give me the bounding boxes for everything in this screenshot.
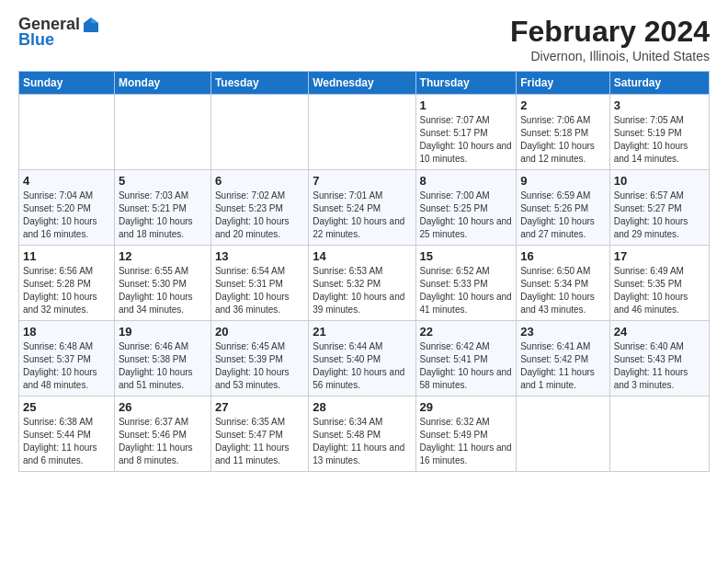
table-row: 8Sunrise: 7:00 AMSunset: 5:25 PMDaylight… — [415, 170, 517, 246]
day-info: Sunrise: 6:32 AMSunset: 5:49 PMDaylight:… — [420, 416, 513, 467]
logo-icon — [82, 16, 100, 34]
day-info: Sunrise: 6:56 AMSunset: 5:28 PMDaylight:… — [23, 265, 110, 316]
day-info: Sunrise: 7:05 AMSunset: 5:19 PMDaylight:… — [614, 114, 705, 166]
col-tuesday: Tuesday — [210, 72, 308, 95]
day-info: Sunrise: 6:54 AMSunset: 5:31 PMDaylight:… — [215, 265, 304, 316]
day-number: 6 — [215, 174, 304, 188]
table-row: 20Sunrise: 6:45 AMSunset: 5:39 PMDayligh… — [210, 321, 308, 396]
day-number: 2 — [520, 98, 606, 112]
day-info: Sunrise: 6:57 AMSunset: 5:27 PMDaylight:… — [614, 190, 705, 241]
table-row: 29Sunrise: 6:32 AMSunset: 5:49 PMDayligh… — [415, 396, 517, 472]
day-info: Sunrise: 6:53 AMSunset: 5:32 PMDaylight:… — [313, 265, 411, 316]
day-number: 12 — [119, 249, 207, 263]
table-row: 28Sunrise: 6:34 AMSunset: 5:48 PMDayligh… — [309, 396, 415, 472]
table-row: 9Sunrise: 6:59 AMSunset: 5:26 PMDaylight… — [517, 170, 610, 246]
table-row: 3Sunrise: 7:05 AMSunset: 5:19 PMDaylight… — [609, 95, 709, 170]
day-number: 11 — [23, 249, 110, 263]
day-number: 21 — [313, 325, 411, 339]
day-number: 16 — [520, 249, 606, 263]
logo-blue: Blue — [18, 30, 54, 50]
table-row: 15Sunrise: 6:52 AMSunset: 5:33 PMDayligh… — [415, 246, 517, 321]
day-number: 27 — [215, 400, 304, 414]
calendar-week-row: 11Sunrise: 6:56 AMSunset: 5:28 PMDayligh… — [19, 246, 710, 321]
table-row: 17Sunrise: 6:49 AMSunset: 5:35 PMDayligh… — [609, 246, 709, 321]
col-thursday: Thursday — [415, 72, 517, 95]
calendar-subtitle: Divernon, Illinois, United States — [510, 49, 710, 63]
table-row: 4Sunrise: 7:04 AMSunset: 5:20 PMDaylight… — [19, 170, 115, 246]
table-row: 16Sunrise: 6:50 AMSunset: 5:34 PMDayligh… — [517, 246, 610, 321]
day-info: Sunrise: 6:59 AMSunset: 5:26 PMDaylight:… — [520, 190, 606, 241]
day-info: Sunrise: 6:35 AMSunset: 5:47 PMDaylight:… — [215, 416, 304, 467]
day-number: 7 — [313, 174, 411, 188]
day-info: Sunrise: 6:52 AMSunset: 5:33 PMDaylight:… — [420, 265, 513, 316]
table-row: 2Sunrise: 7:06 AMSunset: 5:18 PMDaylight… — [517, 95, 610, 170]
day-number: 9 — [520, 174, 606, 188]
table-row: 14Sunrise: 6:53 AMSunset: 5:32 PMDayligh… — [309, 246, 415, 321]
table-row: 7Sunrise: 7:01 AMSunset: 5:24 PMDaylight… — [309, 170, 415, 246]
table-row: 19Sunrise: 6:46 AMSunset: 5:38 PMDayligh… — [114, 321, 210, 396]
calendar-header-row: Sunday Monday Tuesday Wednesday Thursday… — [19, 72, 710, 95]
table-row: 5Sunrise: 7:03 AMSunset: 5:21 PMDaylight… — [114, 170, 210, 246]
table-row: 24Sunrise: 6:40 AMSunset: 5:43 PMDayligh… — [609, 321, 709, 396]
calendar-title: February 2024 — [510, 15, 710, 49]
day-number: 14 — [313, 249, 411, 263]
title-section: February 2024 Divernon, Illinois, United… — [510, 15, 710, 63]
day-number: 1 — [420, 98, 513, 112]
table-row: 23Sunrise: 6:41 AMSunset: 5:42 PMDayligh… — [517, 321, 610, 396]
day-number: 3 — [614, 98, 705, 112]
day-number: 15 — [420, 249, 513, 263]
day-info: Sunrise: 6:37 AMSunset: 5:46 PMDaylight:… — [119, 416, 207, 467]
svg-marker-1 — [91, 17, 98, 23]
day-info: Sunrise: 7:02 AMSunset: 5:23 PMDaylight:… — [215, 190, 304, 241]
day-number: 25 — [23, 400, 110, 414]
day-number: 19 — [119, 325, 207, 339]
day-number: 4 — [23, 174, 110, 188]
day-info: Sunrise: 7:07 AMSunset: 5:17 PMDaylight:… — [420, 114, 513, 166]
table-row: 21Sunrise: 6:44 AMSunset: 5:40 PMDayligh… — [309, 321, 415, 396]
col-monday: Monday — [114, 72, 210, 95]
col-wednesday: Wednesday — [309, 72, 415, 95]
day-info: Sunrise: 6:38 AMSunset: 5:44 PMDaylight:… — [23, 416, 110, 467]
day-number: 26 — [119, 400, 207, 414]
table-row: 11Sunrise: 6:56 AMSunset: 5:28 PMDayligh… — [19, 246, 115, 321]
calendar-table: Sunday Monday Tuesday Wednesday Thursday… — [18, 71, 710, 472]
day-number: 17 — [614, 249, 705, 263]
col-friday: Friday — [517, 72, 610, 95]
col-sunday: Sunday — [19, 72, 115, 95]
table-row — [210, 95, 308, 170]
table-row — [517, 396, 610, 472]
logo: General Blue — [18, 15, 100, 50]
day-info: Sunrise: 7:01 AMSunset: 5:24 PMDaylight:… — [313, 190, 411, 241]
table-row: 26Sunrise: 6:37 AMSunset: 5:46 PMDayligh… — [114, 396, 210, 472]
table-row: 22Sunrise: 6:42 AMSunset: 5:41 PMDayligh… — [415, 321, 517, 396]
calendar-week-row: 25Sunrise: 6:38 AMSunset: 5:44 PMDayligh… — [19, 396, 710, 472]
day-number: 22 — [420, 325, 513, 339]
col-saturday: Saturday — [609, 72, 709, 95]
table-row: 18Sunrise: 6:48 AMSunset: 5:37 PMDayligh… — [19, 321, 115, 396]
day-info: Sunrise: 6:44 AMSunset: 5:40 PMDaylight:… — [313, 340, 411, 392]
day-info: Sunrise: 7:06 AMSunset: 5:18 PMDaylight:… — [520, 114, 606, 166]
table-row: 25Sunrise: 6:38 AMSunset: 5:44 PMDayligh… — [19, 396, 115, 472]
table-row: 1Sunrise: 7:07 AMSunset: 5:17 PMDaylight… — [415, 95, 517, 170]
day-info: Sunrise: 6:50 AMSunset: 5:34 PMDaylight:… — [520, 265, 606, 316]
day-info: Sunrise: 6:41 AMSunset: 5:42 PMDaylight:… — [520, 340, 606, 392]
day-info: Sunrise: 7:04 AMSunset: 5:20 PMDaylight:… — [23, 190, 110, 241]
table-row: 13Sunrise: 6:54 AMSunset: 5:31 PMDayligh… — [210, 246, 308, 321]
day-number: 23 — [520, 325, 606, 339]
day-info: Sunrise: 7:00 AMSunset: 5:25 PMDaylight:… — [420, 190, 513, 241]
table-row: 10Sunrise: 6:57 AMSunset: 5:27 PMDayligh… — [609, 170, 709, 246]
table-row: 6Sunrise: 7:02 AMSunset: 5:23 PMDaylight… — [210, 170, 308, 246]
table-row — [19, 95, 115, 170]
table-row: 27Sunrise: 6:35 AMSunset: 5:47 PMDayligh… — [210, 396, 308, 472]
day-info: Sunrise: 6:48 AMSunset: 5:37 PMDaylight:… — [23, 340, 110, 392]
table-row — [609, 396, 709, 472]
day-info: Sunrise: 6:55 AMSunset: 5:30 PMDaylight:… — [119, 265, 207, 316]
day-number: 24 — [614, 325, 705, 339]
day-number: 5 — [119, 174, 207, 188]
calendar-week-row: 18Sunrise: 6:48 AMSunset: 5:37 PMDayligh… — [19, 321, 710, 396]
day-number: 28 — [313, 400, 411, 414]
table-row — [309, 95, 415, 170]
day-number: 20 — [215, 325, 304, 339]
day-info: Sunrise: 6:40 AMSunset: 5:43 PMDaylight:… — [614, 340, 705, 392]
page-header: General Blue February 2024 Divernon, Ill… — [18, 15, 710, 63]
